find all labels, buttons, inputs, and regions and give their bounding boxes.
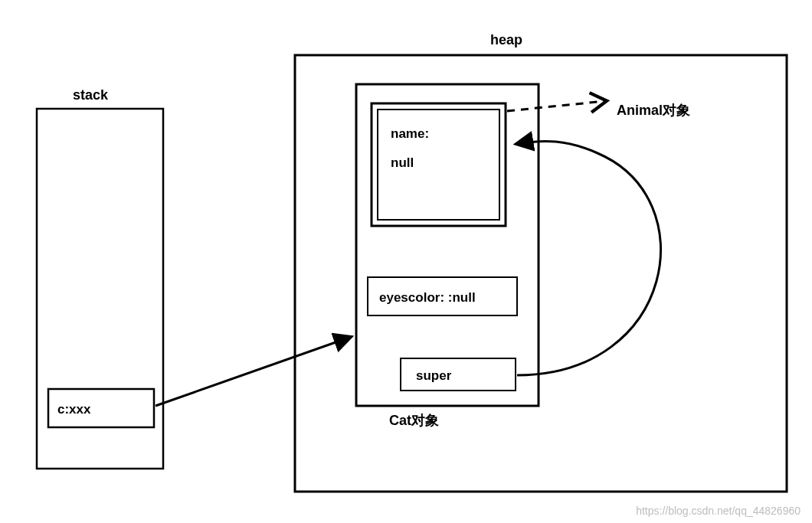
heap-box xyxy=(295,55,787,492)
animal-object-label: Animal对象 xyxy=(617,103,690,118)
name-value: null xyxy=(391,155,414,170)
name-field-label: name: xyxy=(391,126,429,141)
arrow-stack-to-cat xyxy=(156,337,351,406)
stack-box xyxy=(37,109,163,469)
stack-var-text: c:xxx xyxy=(57,402,91,417)
arrow-name-to-animal xyxy=(507,101,605,111)
super-text: super xyxy=(416,368,452,383)
cat-object-label: Cat对象 xyxy=(389,413,439,428)
eyescolor-text: eyescolor: :null xyxy=(379,290,476,305)
memory-diagram: stack c:xxx heap name: null eyescolor: :… xyxy=(0,0,812,523)
watermark: https://blog.csdn.net/qq_44826960 xyxy=(636,505,801,517)
stack-label: stack xyxy=(73,87,109,103)
heap-label: heap xyxy=(490,32,522,47)
